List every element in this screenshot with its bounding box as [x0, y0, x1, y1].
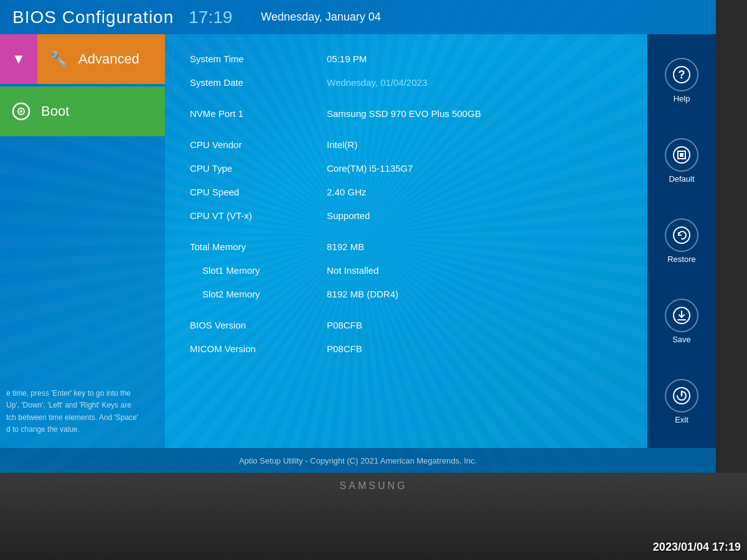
svg-rect-7 [680, 153, 684, 157]
slot1-memory-label: Slot1 Memory [184, 258, 321, 282]
cpu-speed-value: 2.40 GHz [321, 180, 629, 203]
slot1-memory-row: Slot1 Memory Not Installed [184, 258, 629, 282]
exit-label: Exit [675, 415, 688, 424]
default-button[interactable]: Default [654, 138, 710, 184]
cpu-type-label: CPU Type [184, 156, 321, 180]
bios-version-label: BIOS Version [184, 313, 321, 337]
cpu-vt-value: Supported [321, 203, 629, 227]
system-time-value[interactable]: 05:19 PM [321, 47, 629, 70]
cpu-vt-label: CPU VT (VT-x) [184, 203, 321, 227]
cpu-vt-row: CPU VT (VT-x) Supported [184, 203, 629, 227]
micom-version-value: P08CFB [321, 337, 629, 360]
help-icon: ? [665, 58, 698, 91]
help-line-4: d to change the value. [6, 424, 159, 436]
corner-timestamp: 2023/01/04 17:19 [653, 541, 741, 554]
slot2-memory-value: 8192 MB (DDR4) [321, 282, 629, 306]
system-time-label: System Time [184, 47, 321, 70]
boot-icon [10, 100, 32, 123]
save-icon [665, 299, 698, 332]
laptop-bezel: SAMSUNG [0, 473, 747, 560]
help-line-1: e time, press 'Enter' key to go into the [6, 388, 159, 399]
boot-label: Boot [41, 103, 69, 119]
help-button[interactable]: ? Help [654, 58, 710, 103]
nvme-label: NVMe Port 1 [184, 101, 321, 125]
header-bar: BIOS Configuration 17:19 Wednesday, Janu… [0, 0, 716, 34]
header-date: Wednesday, January 04 [261, 11, 380, 24]
right-sidebar: ? Help Default [647, 34, 716, 448]
spacer-1 [184, 94, 629, 101]
main-content: System Time 05:19 PM System Date Wednesd… [165, 34, 647, 448]
spacer-3 [184, 227, 629, 235]
tile-row-boot: Boot [0, 86, 165, 136]
wrench-icon: 🔧 [47, 48, 70, 70]
advanced-tile[interactable]: 🔧 Advanced [37, 34, 165, 84]
bios-version-value: P08CFB [321, 313, 629, 337]
help-line-3: tch between time elements. And 'Space' [6, 412, 159, 424]
cpu-vendor-value: Intel(R) [321, 133, 629, 156]
footer: Aptio Setup Utility - Copyright (C) 2021… [0, 448, 716, 473]
footer-text: Aptio Setup Utility - Copyright (C) 2021… [239, 456, 477, 465]
save-label: Save [672, 335, 691, 344]
sidebar-help-text: e time, press 'Enter' key to go into the… [6, 388, 159, 436]
spacer-2 [184, 125, 629, 133]
tile-row-security-advanced: ▼ 🔧 Advanced [0, 34, 165, 84]
system-date-label: System Date [184, 70, 321, 94]
system-time-row: System Time 05:19 PM [184, 47, 629, 70]
cpu-type-value: Core(TM) i5-1135G7 [321, 156, 629, 180]
exit-button[interactable]: Exit [654, 379, 710, 424]
micom-version-row: MICOM Version P08CFB [184, 337, 629, 360]
spacer-4 [184, 306, 629, 313]
system-date-value[interactable]: Wednesday, 01/04/2023 [321, 70, 629, 94]
advanced-label: Advanced [78, 51, 139, 67]
bios-version-row: BIOS Version P08CFB [184, 313, 629, 337]
boot-tile[interactable]: Boot [0, 86, 165, 136]
svg-point-2 [20, 110, 22, 113]
slot2-memory-label: Slot2 Memory [184, 282, 321, 306]
system-date-row: System Date Wednesday, 01/04/2023 [184, 70, 629, 94]
svg-text:?: ? [679, 68, 685, 81]
total-memory-label: Total Memory [184, 235, 321, 258]
nvme-row: NVMe Port 1 Samsung SSD 970 EVO Plus 500… [184, 101, 629, 125]
exit-icon [665, 379, 698, 413]
default-label: Default [669, 174, 694, 184]
system-info-table: System Time 05:19 PM System Date Wednesd… [184, 47, 629, 360]
header-time: 17:19 [189, 7, 232, 27]
cpu-speed-row: CPU Speed 2.40 GHz [184, 180, 629, 203]
save-button[interactable]: Save [654, 299, 710, 344]
cpu-speed-label: CPU Speed [184, 180, 321, 203]
chevron-down-icon: ▼ [7, 48, 30, 70]
restore-button[interactable]: Restore [654, 218, 710, 264]
restore-icon [665, 218, 698, 252]
help-label: Help [674, 94, 690, 103]
cpu-type-row: CPU Type Core(TM) i5-1135G7 [184, 156, 629, 180]
security-tile[interactable]: ▼ [0, 34, 37, 84]
slot1-memory-value: Not Installed [321, 258, 629, 282]
restore-label: Restore [667, 254, 696, 264]
bios-screen: BIOS Configuration 17:19 Wednesday, Janu… [0, 0, 716, 473]
total-memory-value: 8192 MB [321, 235, 629, 258]
bios-title: BIOS Configuration [12, 7, 174, 27]
left-sidebar: ▼ 🔧 Advanced Boot [0, 34, 165, 448]
micom-version-label: MICOM Version [184, 337, 321, 360]
default-icon [665, 138, 698, 172]
cpu-vendor-label: CPU Vendor [184, 133, 321, 156]
help-line-2: Up', 'Down', 'Left' and 'Right' Keys are [6, 399, 159, 411]
brand-label: SAMSUNG [340, 480, 408, 492]
cpu-vendor-row: CPU Vendor Intel(R) [184, 133, 629, 156]
total-memory-row: Total Memory 8192 MB [184, 235, 629, 258]
nvme-value: Samsung SSD 970 EVO Plus 500GB [321, 101, 629, 125]
slot2-memory-row: Slot2 Memory 8192 MB (DDR4) [184, 282, 629, 306]
